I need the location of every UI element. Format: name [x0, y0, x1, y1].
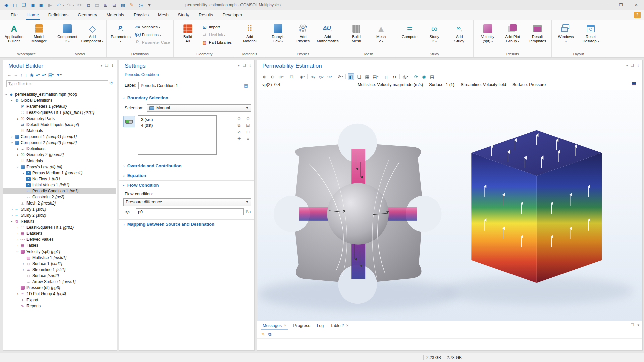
- tree-refresh-icon[interactable]: ⟳: [109, 80, 113, 86]
- close-button[interactable]: ✕: [629, 0, 644, 10]
- tree-item[interactable]: ›ⒶGeometry 2{geom2}: [3, 152, 116, 158]
- tree-item[interactable]: ↧Export: [3, 297, 116, 303]
- plot-info-icon[interactable]: [632, 82, 636, 86]
- qat-customize-icon[interactable]: ▾: [146, 1, 153, 9]
- tree-item[interactable]: ›◆permeability_estimation.mph(root): [3, 91, 116, 97]
- tree-item[interactable]: ›∞Study 2{std2}: [3, 212, 116, 218]
- duplicate-icon[interactable]: ⊞: [102, 1, 109, 9]
- zoom-extents-icon[interactable]: ⊡: [288, 73, 294, 80]
- tree-expander-icon[interactable]: ›: [16, 165, 20, 169]
- active-toggle-button[interactable]: [123, 116, 135, 127]
- ribbon-tab-physics[interactable]: Physics: [129, 10, 153, 20]
- tree-expander-icon[interactable]: ›: [16, 231, 20, 235]
- variables-button[interactable]: a=Variables ▾: [133, 24, 171, 30]
- selection-options-icon[interactable]: ≡: [245, 136, 251, 141]
- tree-item[interactable]: ›Component 1(comp1) {comp1}: [3, 134, 116, 140]
- windows-button[interactable]: Windows ▾: [554, 21, 578, 44]
- panel-float-icon[interactable]: ❐: [631, 63, 634, 68]
- copy-selection-icon[interactable]: ⧉: [236, 123, 242, 128]
- minimize-button[interactable]: —: [598, 0, 613, 10]
- livelink-button[interactable]: ⇄LiveLink ▾: [201, 31, 233, 38]
- preview-icon[interactable]: ◎: [137, 1, 144, 9]
- go-forward-icon[interactable]: →: [14, 72, 18, 77]
- tree-item[interactable]: ›∞Study 1{std1}: [3, 206, 116, 212]
- tree-item[interactable]: →Arrow Surface 1{arws1}: [3, 279, 116, 285]
- flow-condition-dropdown[interactable]: Pressure difference ▼: [123, 198, 251, 206]
- tree-item[interactable]: ▭Periodic Condition 1{pc1}: [3, 188, 116, 194]
- tree-expander-icon[interactable]: ›: [16, 117, 20, 121]
- tree-expander-icon[interactable]: ›: [21, 262, 25, 266]
- tree-item[interactable]: ✎Reports: [3, 303, 116, 309]
- undo-icon[interactable]: ↶: [55, 1, 62, 9]
- label-options-button[interactable]: ▤: [241, 82, 251, 89]
- component-2-button[interactable]: Component2 ▾: [55, 21, 79, 44]
- dock-tab-progress[interactable]: Progress: [290, 321, 313, 330]
- import-button[interactable]: ⊡Import: [201, 24, 233, 30]
- tree-item[interactable]: ›Darcy's Law(dl) {dl}: [3, 164, 116, 170]
- application-builder-button[interactable]: AApplicationBuilder: [2, 21, 26, 43]
- selection-list[interactable]: 3 (src)4 (dst): [138, 115, 217, 155]
- expand-all-icon[interactable]: ≡ ▾: [36, 72, 40, 77]
- tree-item[interactable]: DInitial Values 1{init1}: [3, 182, 116, 188]
- redo-icon[interactable]: ↷: [65, 1, 73, 9]
- node-text-icon[interactable]: ▤ ▾: [48, 72, 54, 77]
- clear-selection-icon[interactable]: ⊘: [236, 129, 242, 135]
- ribbon-tab-definitions[interactable]: Definitions: [44, 10, 73, 20]
- zoom-to-selection-icon[interactable]: ⊡: [245, 129, 251, 135]
- move-down-icon[interactable]: ↓: [25, 72, 28, 77]
- parameter-case-button[interactable]: PiParameter Case: [133, 39, 171, 46]
- environment-icon[interactable]: ❏: [356, 73, 362, 80]
- add-mathematics-button[interactable]: ΔU↓AddMathematics: [316, 21, 340, 43]
- panel-pin-icon[interactable]: ↧: [637, 63, 640, 68]
- tree-item[interactable]: Pressure (dl){pg3}: [3, 285, 116, 291]
- image-snapshot-icon[interactable]: ◉: [421, 73, 427, 80]
- select-region-icon[interactable]: ▧: [119, 1, 127, 9]
- panel-pin-icon[interactable]: ↧: [249, 63, 252, 68]
- dropdown-icon[interactable]: ▾: [73, 4, 74, 7]
- ribbon-tab-geometry[interactable]: Geometry: [73, 10, 102, 20]
- print-icon[interactable]: ▤: [429, 73, 435, 80]
- tree-expander-icon[interactable]: ›: [10, 207, 14, 211]
- tree-item[interactable]: ›Component 2(comp2) {comp2}: [3, 140, 116, 146]
- collapse-all-icon[interactable]: ≡ ▾: [42, 72, 46, 77]
- add-physics-button[interactable]: AddPhysics: [291, 21, 315, 43]
- clear-messages-icon[interactable]: ✎: [261, 332, 265, 337]
- delete-icon[interactable]: ⊟: [111, 1, 118, 9]
- save-as-icon[interactable]: ▣: [38, 1, 45, 9]
- save-icon[interactable]: ▣: [29, 1, 36, 9]
- build-mesh-button[interactable]: BuildMesh: [344, 21, 368, 43]
- selection-list-item[interactable]: 3 (src): [141, 117, 214, 123]
- dock-tab-log[interactable]: Log: [313, 321, 327, 330]
- tree-expander-icon[interactable]: ›: [16, 292, 20, 296]
- panel-menu-icon[interactable]: ▾: [100, 63, 102, 68]
- orthographic-icon[interactable]: ▯: [383, 73, 389, 80]
- move-up-icon[interactable]: ↑: [20, 72, 23, 77]
- result-templates-button[interactable]: ResultTemplates: [525, 21, 549, 43]
- tree-filter-input[interactable]: Type filter text: [6, 80, 108, 87]
- add-to-selection-icon[interactable]: ⊕: [236, 116, 242, 121]
- grid-icon[interactable]: ▦: [364, 73, 370, 80]
- transparency-icon[interactable]: ◧: [348, 73, 354, 80]
- add-plot-group-button[interactable]: Add PlotGroup ▾: [500, 21, 525, 44]
- go-to-xz-view-icon[interactable]: ↑xz: [326, 73, 333, 80]
- tree-expander-icon[interactable]: ›: [10, 135, 14, 139]
- dock-menu-icon[interactable]: ▾: [637, 323, 639, 327]
- tree-expander-icon[interactable]: ›: [16, 147, 20, 151]
- open-icon[interactable]: ❒: [20, 1, 28, 9]
- maximize-button[interactable]: ❐: [613, 0, 629, 10]
- zoom-out-icon[interactable]: ⊖: [270, 73, 276, 80]
- dropdown-icon[interactable]: ▾: [63, 4, 64, 7]
- paste-selection-icon[interactable]: ▤: [245, 123, 251, 128]
- ribbon-tab-developer[interactable]: Developer: [218, 10, 247, 20]
- tree-item[interactable]: ›▦Tables: [3, 242, 116, 248]
- velocity-spf-button[interactable]: Velocity(spf) ▾: [476, 21, 500, 44]
- selection-list-item[interactable]: 4 (dst): [141, 123, 214, 128]
- study-2-button[interactable]: ∞Study2 ▾: [422, 21, 446, 44]
- show-icon[interactable]: ◉: [30, 72, 33, 77]
- zoom-in-icon[interactable]: ⊕: [262, 73, 268, 80]
- tree-item[interactable]: PParameters 1{default}: [3, 103, 116, 109]
- tree-item[interactable]: ›▦Datasets: [3, 230, 116, 236]
- selection-dropdown[interactable]: Manual ▼: [147, 104, 251, 112]
- dp-input[interactable]: p0: [136, 208, 244, 215]
- tree-item[interactable]: ›ⒶGeometry Parts: [3, 116, 116, 122]
